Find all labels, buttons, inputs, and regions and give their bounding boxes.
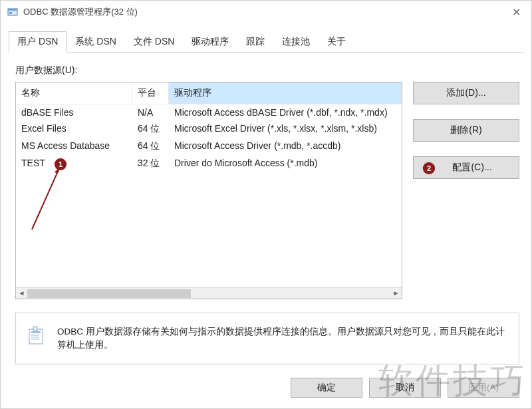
tab-drivers[interactable]: 驱动程序 — [183, 31, 237, 53]
info-text: ODBC 用户数据源存储有关如何与指示的数据提供程序连接的信息。用户数据源只对您… — [57, 325, 508, 352]
table-row[interactable]: Excel Files 64 位 Microsoft Excel Driver … — [16, 120, 402, 138]
apply-button[interactable]: 应用(A) — [448, 378, 519, 398]
cell-platform: N/A — [132, 104, 169, 120]
cell-name: TEST — [16, 155, 132, 172]
svg-line-3 — [32, 167, 60, 229]
col-header-platform[interactable]: 平台 — [132, 82, 169, 104]
close-icon[interactable]: ✕ — [508, 6, 525, 19]
table-row[interactable]: MS Access Database 64 位 Microsoft Access… — [16, 138, 402, 155]
ok-button[interactable]: 确定 — [291, 378, 362, 398]
annotation-marker-2: 2 — [423, 162, 435, 174]
configure-button-label: 配置(C)... — [452, 162, 491, 174]
info-icon — [27, 325, 48, 346]
cell-driver: Microsoft Access Driver (*.mdb, *.accdb) — [169, 138, 402, 155]
svg-rect-1 — [8, 9, 17, 11]
scroll-right-icon[interactable]: ► — [390, 287, 402, 299]
user-dsn-panel: 用户数据源(U): 名称 平台 驱动程序 dBASE Files N/A Mic… — [1, 53, 531, 370]
app-icon — [7, 7, 18, 17]
cell-driver: Driver do Microsoft Access (*.mdb) — [169, 155, 402, 172]
cell-name: MS Access Database — [16, 138, 132, 155]
remove-button[interactable]: 删除(R) — [413, 119, 519, 142]
scroll-thumb[interactable] — [27, 289, 191, 298]
table-row[interactable]: TEST 32 位 Driver do Microsoft Access (*.… — [16, 155, 402, 172]
scroll-left-icon[interactable]: ◄ — [16, 287, 27, 299]
col-header-name[interactable]: 名称 — [16, 82, 132, 104]
tab-user-dsn[interactable]: 用户 DSN — [9, 31, 66, 53]
cell-driver: Microsoft Access dBASE Driver (*.dbf, *.… — [169, 104, 402, 120]
tab-about[interactable]: 关于 — [319, 31, 354, 53]
side-button-column: 添加(D)... 删除(R) 2 配置(C)... — [413, 82, 519, 299]
svg-rect-6 — [31, 331, 41, 333]
section-label: 用户数据源(U): — [15, 65, 519, 76]
tab-pooling[interactable]: 连接池 — [273, 31, 319, 53]
odbc-admin-window: ODBC 数据源管理程序(32 位) ✕ 用户 DSN 系统 DSN 文件 DS… — [0, 0, 532, 409]
svg-rect-2 — [9, 12, 12, 14]
tab-row: 用户 DSN 系统 DSN 文件 DSN 驱动程序 跟踪 连接池 关于 — [9, 31, 523, 53]
listview-body: dBASE Files N/A Microsoft Access dBASE D… — [16, 104, 402, 287]
window-title: ODBC 数据源管理程序(32 位) — [23, 6, 508, 18]
scroll-track[interactable] — [27, 288, 390, 299]
cancel-button[interactable]: 取消 — [369, 378, 441, 398]
add-button[interactable]: 添加(D)... — [413, 82, 519, 104]
tab-file-dsn[interactable]: 文件 DSN — [125, 31, 183, 53]
horizontal-scrollbar[interactable]: ◄ ► — [16, 287, 402, 299]
info-box: ODBC 用户数据源存储有关如何与指示的数据提供程序连接的信息。用户数据源只对您… — [15, 313, 519, 365]
cell-name: Excel Files — [16, 120, 132, 138]
titlebar[interactable]: ODBC 数据源管理程序(32 位) ✕ — [1, 1, 531, 23]
col-header-driver[interactable]: 驱动程序 — [169, 82, 402, 104]
listview-header: 名称 平台 驱动程序 — [16, 82, 402, 104]
cell-driver: Microsoft Excel Driver (*.xls, *.xlsx, *… — [169, 120, 402, 138]
cell-name: dBASE Files — [16, 104, 132, 120]
tab-system-dsn[interactable]: 系统 DSN — [66, 31, 124, 53]
svg-rect-10 — [33, 327, 37, 331]
tab-tracing[interactable]: 跟踪 — [237, 31, 273, 53]
dialog-footer: 确定 取消 应用(A) — [1, 370, 531, 408]
table-row[interactable]: dBASE Files N/A Microsoft Access dBASE D… — [16, 104, 402, 120]
configure-button[interactable]: 2 配置(C)... — [413, 156, 519, 179]
annotation-arrow-icon — [29, 166, 63, 232]
cell-platform: 64 位 — [132, 138, 169, 155]
dsn-listview[interactable]: 名称 平台 驱动程序 dBASE Files N/A Microsoft Acc… — [15, 82, 402, 299]
cell-platform: 32 位 — [132, 155, 169, 172]
annotation-marker-1: 1 — [55, 158, 66, 170]
cell-platform: 64 位 — [132, 120, 169, 138]
